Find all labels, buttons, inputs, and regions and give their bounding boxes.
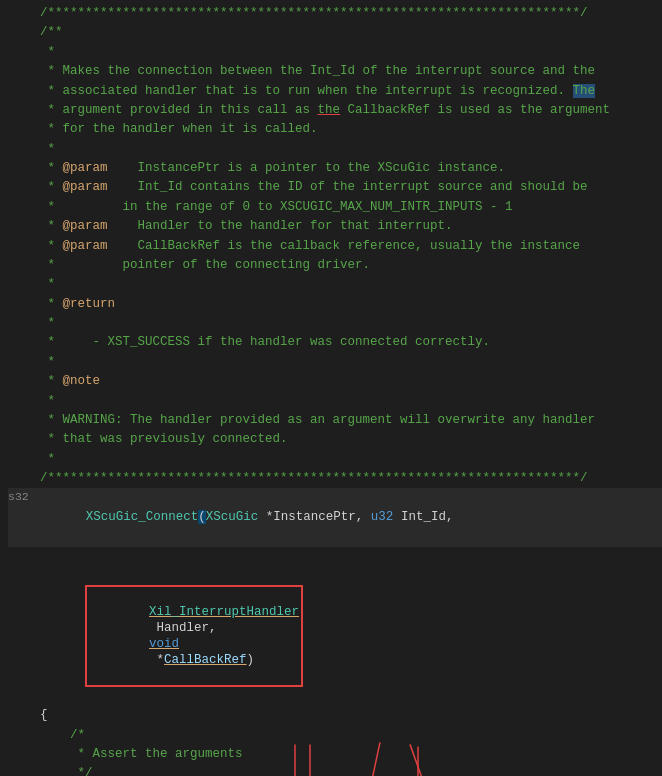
code-line: *: [8, 43, 662, 62]
code-line: * in the range of 0 to XSCUGIC_MAX_NUM_I…: [8, 198, 662, 217]
code-line: *: [8, 392, 662, 411]
code-line: /*: [8, 726, 662, 745]
function-declaration-line: s32 XScuGic_Connect(XScuGic *InstancePtr…: [8, 488, 662, 546]
code-editor: /***************************************…: [0, 0, 662, 776]
code-line: * Makes the connection between the Int_I…: [8, 62, 662, 81]
code-line: *: [8, 314, 662, 333]
code-line: * associated handler that is to run when…: [8, 82, 662, 101]
code-line: * @param Handler to the handler for that…: [8, 217, 662, 236]
code-line: * pointer of the connecting driver.: [8, 256, 662, 275]
code-line: * @param InstancePtr is a pointer to the…: [8, 159, 662, 178]
code-line: /***************************************…: [8, 469, 662, 488]
code-line: *: [8, 275, 662, 294]
code-line: */: [8, 764, 662, 776]
code-line: /***************************************…: [8, 4, 662, 23]
code-line: * WARNING: The handler provided as an ar…: [8, 411, 662, 430]
code-line: * @param CallBackRef is the callback ref…: [8, 237, 662, 256]
code-line: * for the handler when it is called.: [8, 120, 662, 139]
code-line: * @return: [8, 295, 662, 314]
code-line: * that was previously connected.: [8, 430, 662, 449]
code-line: * @note: [8, 372, 662, 391]
code-line: *: [8, 353, 662, 372]
function-params-line: Xil_InterruptHandler Handler, void *Call…: [8, 547, 662, 707]
code-line: * Assert the arguments: [8, 745, 662, 764]
code-line: * - XST_SUCCESS if the handler was conne…: [8, 333, 662, 352]
code-line: {: [8, 706, 662, 725]
code-line: *: [8, 140, 662, 159]
code-line: /**: [8, 23, 662, 42]
code-line: *: [8, 450, 662, 469]
code-line: * argument provided in this call as the …: [8, 101, 662, 120]
code-line: * @param Int_Id contains the ID of the i…: [8, 178, 662, 197]
